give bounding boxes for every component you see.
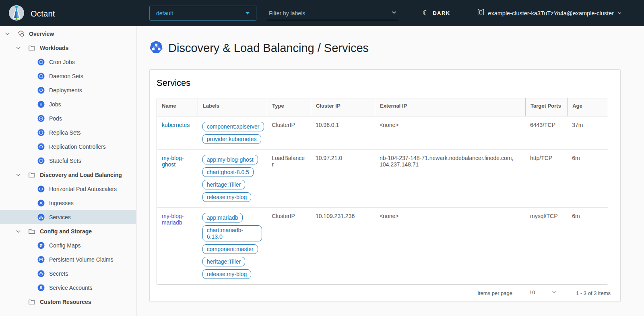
label-pill[interactable]: release:my-blog [202,269,252,279]
sidebar-group-workloads[interactable]: Workloads [0,41,136,55]
pagination-footer: Items per page 10 1 - 3 of 3 items [150,285,620,301]
sidebar-item-service-accounts[interactable]: Service Accounts [0,281,136,295]
sidebar-item-replication-controllers[interactable]: Replication Controllers [0,139,136,154]
chevron-down-icon[interactable] [15,228,21,235]
type-cell: ClusterIP [267,116,311,149]
ingresses-icon [37,200,45,207]
target-ports-cell: mysql/TCP [525,207,567,284]
persistent-volume-claims-icon [37,256,45,263]
cluster-ip-cell: 10.97.21.0 [311,149,375,207]
main-content: Discovery & Load Balancing / Services Se… [136,26,644,316]
sidebar-item-persistent-volume-claims[interactable]: Persistent Volume Claims [0,252,136,266]
sidebar-item-label: Custom Resources [40,299,91,305]
column-header-external-ip[interactable]: External IP [375,98,525,116]
label-pill[interactable]: release:my-blog [202,192,252,202]
services-table: Name Labels Type Cluster IP External IP … [157,98,608,285]
sidebar-item-label: Secrets [49,270,68,277]
services-icon [37,214,45,221]
sidebar-item-secrets[interactable]: Secrets [0,266,136,281]
deployments-icon [37,87,45,94]
cluster-context-selector[interactable]: example-cluster-ka3TuTzYo4a@example-clus… [477,0,622,26]
pods-icon [37,115,45,122]
sidebar-item-ingresses[interactable]: Ingresses [0,196,136,210]
sidebar-item-jobs[interactable]: Jobs [0,97,136,111]
folder-icon [28,44,35,52]
service-link[interactable]: kubernetes [162,122,190,128]
sidebar-item-label: Overview [29,31,54,37]
items-per-page-label: Items per page [477,290,512,296]
sidebar-group-custom-resources[interactable]: Custom Resources [0,295,136,309]
chevron-down-icon[interactable] [15,45,21,51]
chevron-down-icon[interactable] [15,172,21,178]
column-header-age[interactable]: Age [567,98,608,116]
label-pill[interactable]: chart:mariadb-6.13.0 [202,225,262,241]
label-pill[interactable]: app:my-blog-ghost [202,155,258,164]
label-pill[interactable]: chart:ghost-8.0.5 [202,167,254,177]
moon-icon: ☾ [423,8,429,17]
sidebar-item-config-maps[interactable]: Config Maps [0,238,136,252]
column-header-target-ports[interactable]: Target Ports [525,98,567,116]
sidebar-item-daemon-sets[interactable]: Daemon Sets [0,69,136,83]
sidebar-item-deployments[interactable]: Deployments [0,83,136,97]
sidebar-item-horizontal-pod-autoscalers[interactable]: Horizontal Pod Autoscalers [0,182,136,196]
label-pill[interactable]: component:master [202,244,258,254]
sidebar-item-services[interactable]: Services [0,210,136,224]
label-pill[interactable]: component:apiserver [202,122,264,131]
context-chevron-icon [617,10,622,17]
service-accounts-icon [37,284,45,291]
sidebar-item-label: Horizontal Pod Autoscalers [49,186,117,192]
items-per-page-select[interactable]: 10 [524,288,559,298]
sidebar-item-label: Service Accounts [49,285,92,291]
folder-icon [28,228,35,235]
replication-controllers-icon [37,143,45,150]
column-header-cluster-ip[interactable]: Cluster IP [311,98,375,116]
external-ip-cell: nb-104-237-148-71.newark.nodebalancer.li… [375,149,525,207]
stateful-sets-icon [37,157,45,164]
services-card: Services Name Labels Type Cluster IP Ext… [149,69,621,302]
service-link[interactable]: my-blog-mariadb [162,213,184,226]
cron-jobs-icon [37,58,45,66]
type-cell: ClusterIP [267,207,311,284]
age-cell: 37m [567,116,608,149]
card-title: Services [150,70,620,88]
sidebar-item-replica-sets[interactable]: Replica Sets [0,125,136,139]
dark-theme-toggle[interactable]: ☾ DARK [423,0,450,26]
age-cell: 6m [567,207,608,284]
filter-chevron-icon[interactable] [391,10,398,17]
target-ports-cell: http/TCP [525,149,567,207]
chevron-down-icon[interactable] [4,31,10,37]
age-cell: 6m [567,149,608,207]
sidebar-item-label: Pods [49,115,62,122]
sidebar-item-pods[interactable]: Pods [0,111,136,125]
sidebar-item-label: Persistent Volume Claims [49,256,114,263]
label-pill[interactable]: heritage:Tiller [202,257,245,266]
octant-logo-icon [8,4,25,23]
sidebar-item-stateful-sets[interactable]: Stateful Sets [0,154,136,168]
sidebar-item-label: Config and Storage [40,228,92,235]
horizontal-pod-autoscalers-icon [37,185,45,193]
table-row: my-blog-mariadb app:mariadb chart:mariad… [157,207,608,284]
product-name: Octant [31,9,55,19]
service-link[interactable]: my-blog-ghost [162,155,184,168]
sidebar-group-discovery-and-load-balancing[interactable]: Discovery and Load Balancing [0,168,136,182]
label-pill[interactable]: heritage:Tiller [202,180,245,189]
table-row: my-blog-ghost app:my-blog-ghost chart:gh… [157,149,608,207]
namespace-dropdown[interactable]: default [149,6,256,21]
column-header-type[interactable]: Type [267,98,311,116]
sidebar-item-overview[interactable]: Overview [0,27,136,41]
sidebar-item-label: Config Maps [49,242,81,249]
sidebar-item-label: Services [49,214,71,220]
service-heptagon-icon [149,40,163,56]
folder-icon [28,171,35,179]
label-pill[interactable]: provider:kubernetes [202,134,261,144]
label-filter-input[interactable] [267,10,391,17]
column-header-name[interactable]: Name [157,98,198,116]
replica-sets-icon [37,129,45,136]
sidebar-item-cron-jobs[interactable]: Cron Jobs [0,55,136,69]
select-chevron-icon [551,289,557,296]
sidebar-group-config-and-storage[interactable]: Config and Storage [0,224,136,238]
label-pill[interactable]: app:mariadb [202,213,243,222]
pagination-range: 1 - 3 of 3 items [576,290,611,296]
column-header-labels[interactable]: Labels [198,98,267,116]
daemon-sets-icon [37,73,45,80]
